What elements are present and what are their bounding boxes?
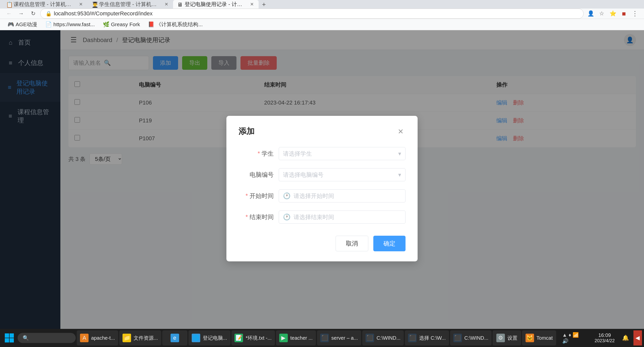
- taskbar-settings-label: 设置: [507, 335, 517, 341]
- files-icon: 📁: [123, 334, 131, 342]
- dengji-icon: 🌐: [192, 334, 200, 342]
- taskbar-select[interactable]: ⬛ 选择 C:\W...: [405, 330, 449, 345]
- taskbar-env-label: *环境.txt -...: [246, 335, 271, 341]
- taskbar-apache[interactable]: A apache-t...: [77, 330, 118, 345]
- add-dialog: 添加 ✕ 学生 请选择学生 ▾ 电脑编号 请选择电脑编号 ▾: [226, 116, 418, 261]
- end-time-placeholder: 请选择结束时间: [294, 213, 334, 221]
- taskbar-win1-label: C:\WIND...: [377, 335, 401, 341]
- bookmark-fast-icon: 📄: [45, 21, 52, 27]
- search-icon-taskbar: 🔍: [23, 335, 29, 341]
- taskbar-arrow[interactable]: ◀: [633, 330, 642, 345]
- tab-1-title: 课程信息管理 - 计算机房管理系...: [14, 1, 76, 8]
- computer-select[interactable]: 请选择电脑编号 ▾: [279, 168, 406, 181]
- taskbar-select-label: 选择 C:\W...: [419, 335, 446, 341]
- tab-3-title: 登记电脑使用记录 - 计算机房管...: [185, 1, 247, 8]
- svg-rect-0: [5, 333, 9, 338]
- form-row-computer: 电脑编号 请选择电脑编号 ▾: [238, 168, 406, 181]
- camera-icon[interactable]: ■: [619, 9, 629, 19]
- clock-date: 2023/4/22: [594, 338, 615, 343]
- lock-icon: 🔒: [46, 11, 52, 17]
- taskbar-search[interactable]: 🔍: [18, 333, 76, 343]
- tab-3[interactable]: 🖥 登记电脑使用记录 - 计算机房管... ✕: [173, 0, 259, 9]
- forward-button[interactable]: →: [16, 9, 26, 19]
- back-button[interactable]: ←: [4, 9, 14, 19]
- win1-icon: ⬛: [366, 334, 374, 342]
- student-select[interactable]: 请选择学生 ▾: [279, 147, 406, 160]
- taskbar-clock[interactable]: 16:09 2023/4/22: [590, 332, 619, 343]
- confirm-button[interactable]: 确定: [373, 236, 406, 251]
- reload-button[interactable]: ↻: [28, 9, 38, 19]
- select-icon: ⬛: [408, 334, 417, 342]
- taskbar-win1[interactable]: ⬛ C:\WIND...: [362, 330, 404, 345]
- taskbar-server[interactable]: ⬛ server – a...: [317, 330, 361, 345]
- settings-icon: ⚙: [496, 334, 505, 342]
- bookmark-fast[interactable]: 📄 https://www.fast...: [42, 20, 98, 29]
- bookmark-age-label: AGE动漫: [16, 21, 37, 28]
- form-row-student: 学生 请选择学生 ▾: [238, 147, 406, 160]
- computer-placeholder: 请选择电脑编号: [283, 171, 324, 179]
- clock-time: 16:09: [594, 332, 615, 338]
- tab-1-close[interactable]: ✕: [78, 2, 84, 7]
- start-time-input[interactable]: 🕐 请选择开始时间: [279, 189, 406, 202]
- nav-bar: ← → ↻ 🔒 localhost:9530/#/ComputerRecord/…: [0, 9, 644, 19]
- address-text: localhost:9530/#/ComputerRecord/index: [54, 10, 578, 17]
- taskbar-dengji[interactable]: 🌐 登记电脑...: [188, 330, 230, 345]
- bookmark-age-icon: 🎮: [8, 21, 14, 27]
- taskbar-win2[interactable]: ⬛ C:\WIND...: [450, 330, 492, 345]
- dialog-overlay: 添加 ✕ 学生 请选择学生 ▾ 电脑编号 请选择电脑编号 ▾: [0, 30, 644, 347]
- arrow-icon: ◀: [635, 335, 640, 341]
- edge-icon: e: [171, 334, 179, 342]
- bookmark-cs-icon: 📕: [148, 21, 154, 27]
- end-time-input[interactable]: 🕐 请选择结束时间: [279, 211, 406, 224]
- taskbar-server-label: server – a...: [331, 335, 358, 341]
- dialog-title: 添加: [238, 126, 255, 137]
- bookmark-cs-label: 《计算机系统结构...: [156, 21, 203, 28]
- profile-icon[interactable]: 👤: [586, 9, 596, 19]
- clock-icon-2: 🕐: [283, 214, 291, 221]
- taskbar-teacher[interactable]: ▶ teacher ...: [276, 330, 316, 345]
- browser-chrome: 📋 课程信息管理 - 计算机房管理系... ✕ 👨‍🎓 学生信息管理 - 计算机…: [0, 0, 644, 19]
- taskbar-settings[interactable]: ⚙ 设置: [493, 330, 521, 345]
- computer-label: 电脑编号: [238, 171, 274, 179]
- win2-icon: ⬛: [453, 334, 462, 342]
- menu-icon[interactable]: ⋮: [630, 9, 640, 19]
- notification-button[interactable]: 🔔: [620, 332, 631, 344]
- tab-2-title: 学生信息管理 - 计算机房管理系...: [99, 1, 162, 8]
- tab-2[interactable]: 👨‍🎓 学生信息管理 - 计算机房管理系... ✕: [88, 0, 173, 9]
- bookmark-cs[interactable]: 📕 《计算机系统结构...: [144, 19, 206, 29]
- bookmark-icon[interactable]: ☆: [597, 9, 607, 19]
- teacher-icon: ▶: [279, 334, 288, 342]
- end-time-label: 结束时间: [238, 213, 274, 221]
- taskbar-tomcat[interactable]: 🐱 Tomcat: [522, 330, 556, 345]
- start-button[interactable]: [2, 330, 17, 345]
- taskbar-env[interactable]: 📝 *环境.txt -...: [231, 330, 275, 345]
- dialog-close-button[interactable]: ✕: [395, 126, 406, 136]
- bookmark-greasy[interactable]: 🌿 Greasy Fork: [99, 20, 144, 29]
- tab-3-close[interactable]: ✕: [249, 2, 255, 7]
- chevron-down-icon-2: ▾: [398, 171, 401, 178]
- bookmark-age[interactable]: 🎮 AGE动漫: [4, 19, 41, 29]
- notification-icon: 🔔: [622, 335, 629, 341]
- tab-2-close[interactable]: ✕: [164, 2, 169, 7]
- star-icon[interactable]: ⭐: [608, 9, 618, 19]
- cancel-button[interactable]: 取消: [336, 236, 368, 251]
- taskbar-sys-tray: ▲ ♦ 📶 🔊: [558, 332, 590, 344]
- taskbar: 🔍 A apache-t... 📁 文件资源... e 🌐 登记电脑... 📝 …: [0, 329, 644, 347]
- taskbar-apache-label: apache-t...: [91, 335, 115, 341]
- student-placeholder: 请选择学生: [283, 150, 312, 158]
- new-tab-button[interactable]: +: [259, 0, 269, 9]
- tab-1[interactable]: 📋 课程信息管理 - 计算机房管理系... ✕: [2, 0, 88, 9]
- tab-1-favicon: 📋: [6, 2, 12, 7]
- tomcat-icon: 🐱: [526, 334, 534, 342]
- bookmark-fast-label: https://www.fast...: [53, 21, 95, 27]
- taskbar-tomcat-label: Tomcat: [537, 335, 553, 341]
- student-label: 学生: [238, 150, 274, 158]
- dialog-header: 添加 ✕: [238, 126, 406, 137]
- taskbar-files[interactable]: 📁 文件资源...: [119, 330, 161, 345]
- start-time-placeholder: 请选择开始时间: [294, 192, 334, 200]
- bookmark-greasy-label: Greasy Fork: [111, 21, 140, 27]
- address-bar[interactable]: 🔒 localhost:9530/#/ComputerRecord/index: [40, 9, 584, 19]
- form-row-end-time: 结束时间 🕐 请选择结束时间: [238, 211, 406, 224]
- dialog-footer: 取消 确定: [238, 236, 406, 251]
- taskbar-edge[interactable]: e: [162, 330, 187, 345]
